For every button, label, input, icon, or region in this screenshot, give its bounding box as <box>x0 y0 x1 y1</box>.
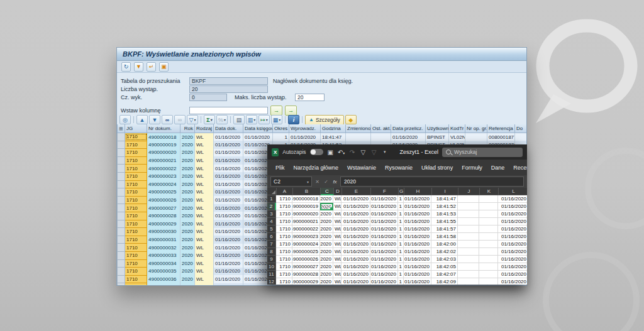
cell[interactable] <box>458 278 479 285</box>
cell[interactable] <box>458 203 479 210</box>
cell[interactable]: 01/16/2020 <box>214 259 243 268</box>
cell[interactable]: 1 <box>398 248 404 256</box>
print-icon[interactable]: ▤ <box>233 115 245 124</box>
cell[interactable]: 2020 <box>180 244 195 252</box>
cell[interactable]: 01/16/2020 <box>341 225 370 233</box>
row-header[interactable]: 3 <box>267 210 276 218</box>
cell[interactable]: 01/16/2020 <box>370 263 398 271</box>
cell[interactable] <box>458 248 479 256</box>
cell[interactable]: 1710 <box>276 225 292 233</box>
cell[interactable]: 01/16/2020 <box>214 204 243 212</box>
column-header[interactable]: Użytkownik <box>426 124 449 133</box>
cell[interactable] <box>346 133 371 141</box>
insert-column-button[interactable]: → <box>270 106 282 116</box>
cell[interactable]: 01/16/2020 <box>214 228 243 236</box>
cell[interactable]: 1 <box>398 225 404 233</box>
append-column-button[interactable]: → <box>285 106 297 116</box>
row-select-cell[interactable] <box>118 156 125 165</box>
cell[interactable]: 4900000020 <box>147 149 180 157</box>
cell[interactable]: 1710 <box>125 244 147 252</box>
cell[interactable]: 01/16/2020 <box>214 251 243 259</box>
cell[interactable]: 4900000025 <box>292 248 320 256</box>
cell[interactable]: 4900000037 <box>147 283 180 286</box>
cell[interactable]: 4900000027 <box>147 204 180 212</box>
cell[interactable]: 1710 <box>125 188 147 197</box>
cell[interactable]: WL <box>195 236 214 244</box>
cell[interactable]: 1710 <box>276 210 292 218</box>
cell[interactable]: 01/16/2020 <box>404 271 431 278</box>
cell[interactable]: 01/16/2020 <box>498 241 527 248</box>
ribbon-tab[interactable]: Recenzja <box>509 165 527 171</box>
cell[interactable]: 01/16/2020 <box>214 283 243 286</box>
column-header[interactable]: B <box>293 188 321 195</box>
cell[interactable]: WL <box>195 165 214 173</box>
column-header[interactable]: Nr op. gr. <box>465 124 487 133</box>
cell[interactable] <box>479 271 498 278</box>
cell[interactable]: 18:41:53 <box>431 210 458 218</box>
cell[interactable]: 01/16/2020 <box>370 210 398 218</box>
cell[interactable]: 01/16/2020 <box>370 271 398 278</box>
cell[interactable]: 01/16/2020 <box>498 210 527 218</box>
cell[interactable]: 18:42:09 <box>431 278 458 285</box>
column-header[interactable]: Referencja <box>487 124 515 133</box>
cell[interactable]: WL <box>195 244 214 252</box>
cell[interactable] <box>479 256 498 263</box>
cell[interactable]: WL <box>195 149 214 157</box>
cell[interactable]: WL <box>195 133 214 141</box>
cell[interactable]: 01/16/2020 <box>214 156 243 165</box>
cell[interactable]: 1 <box>398 278 404 285</box>
cell[interactable]: 4900000026 <box>292 256 320 263</box>
row-header[interactable]: 7 <box>267 241 276 248</box>
cell[interactable]: 1710 <box>125 283 147 286</box>
cell[interactable]: 2020 <box>320 271 333 278</box>
row-select-cell[interactable] <box>118 180 125 188</box>
cell[interactable] <box>479 241 498 248</box>
cell[interactable]: 01/16/2020 <box>341 278 370 285</box>
cell[interactable] <box>458 263 479 271</box>
row-select-cell[interactable] <box>118 275 125 283</box>
cell[interactable]: WL <box>333 248 341 256</box>
cell[interactable]: 4900000024 <box>292 241 320 248</box>
cell[interactable]: WL <box>333 278 341 285</box>
cell[interactable]: 2020 <box>180 141 195 149</box>
cell[interactable] <box>479 278 498 285</box>
cell[interactable]: 4900000031 <box>147 236 180 244</box>
row-select-cell[interactable] <box>118 212 125 220</box>
cell[interactable]: 1710 <box>276 278 292 285</box>
cell[interactable]: 18:41:57 <box>431 225 458 233</box>
row-select-cell[interactable] <box>118 283 125 286</box>
cell[interactable]: 01/16/2020 <box>498 248 527 256</box>
column-header[interactable]: Data dok. <box>214 124 243 133</box>
column-header[interactable]: Rodzaj <box>195 124 214 133</box>
cell[interactable]: 2020 <box>180 165 195 173</box>
cell[interactable]: 1 <box>273 133 289 141</box>
cell[interactable]: WL <box>333 218 341 225</box>
cell[interactable]: 4900000024 <box>147 180 180 188</box>
cell[interactable]: WL <box>195 156 214 165</box>
row-header[interactable]: 11 <box>267 271 276 278</box>
cell[interactable]: WL <box>333 210 341 218</box>
cell[interactable] <box>458 233 479 241</box>
row-select-cell[interactable] <box>118 165 125 173</box>
ribbon-tab[interactable]: Wstawianie <box>343 165 380 171</box>
cell[interactable]: 4900000029 <box>147 220 180 228</box>
cell[interactable]: WL <box>333 233 341 241</box>
cell[interactable]: 4900000028 <box>147 212 180 220</box>
cell[interactable]: 2020 <box>320 241 333 248</box>
cell[interactable]: WL <box>195 188 214 197</box>
cell[interactable] <box>458 218 479 225</box>
cell[interactable]: 4900000022 <box>292 225 320 233</box>
cell[interactable]: 18:42:02 <box>431 248 458 256</box>
cell[interactable]: 01/16/2020 <box>214 180 243 188</box>
autosave-toggle[interactable] <box>310 149 323 155</box>
cell[interactable]: 01/16/2020 <box>341 256 370 263</box>
cell[interactable]: 4900000023 <box>147 172 180 180</box>
cell[interactable]: WL <box>195 141 214 149</box>
cell[interactable] <box>458 271 479 278</box>
column-header[interactable]: A <box>277 188 293 195</box>
cell[interactable]: 2020 <box>180 236 195 244</box>
cell[interactable]: 18:42:03 <box>431 256 458 263</box>
cell[interactable]: 01/16/2020 <box>214 244 243 252</box>
cell[interactable]: 01/16/2020 <box>341 241 370 248</box>
column-header[interactable]: J <box>458 188 480 195</box>
